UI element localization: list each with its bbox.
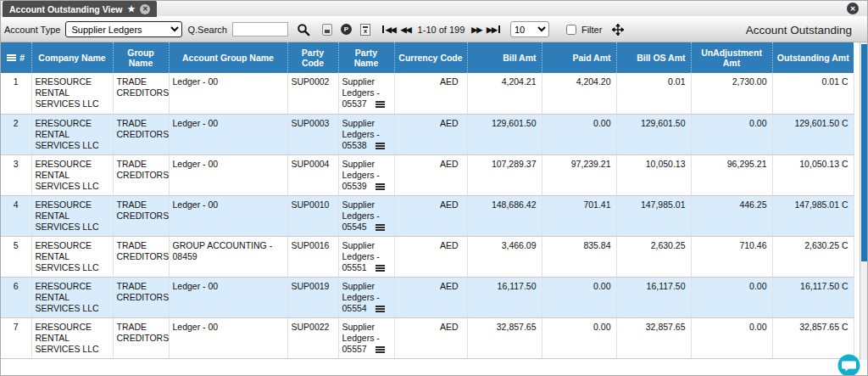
window-close-icon[interactable]: ✕ — [847, 3, 859, 14]
page-title: Account Outstanding — [746, 17, 852, 42]
search-input[interactable] — [232, 22, 288, 36]
party-detail-icon[interactable] — [376, 183, 385, 190]
column-header-paid-amt[interactable]: Paid Amt — [542, 42, 616, 73]
next-page-button[interactable]: ▶▶ — [471, 25, 481, 34]
account-type-select[interactable]: Supplier Ledgers — [65, 21, 182, 37]
page-size-select[interactable]: 10 — [510, 21, 549, 37]
party-detail-icon[interactable] — [376, 306, 385, 312]
favorite-star-icon[interactable]: ★ — [127, 4, 135, 14]
group-name-cell: TRADE CREDITORS — [113, 317, 169, 358]
unadjustment-amt-cell: 2,730.00 — [691, 73, 772, 114]
outstanding-amt-cell: 0.01 C — [772, 73, 854, 114]
search-icon[interactable] — [297, 23, 310, 36]
table-row[interactable]: 6 ERESOURCE RENTAL SERVICES LLC TRADE CR… — [1, 277, 854, 317]
outstanding-amt-cell: 147,985.01 C — [772, 195, 854, 236]
unadjustment-amt-cell: 96,295.21 — [691, 154, 772, 195]
vertical-scrollbar[interactable] — [860, 42, 867, 360]
group-name-cell: TRADE CREDITORS — [113, 73, 169, 114]
search-label: Q.Search — [187, 25, 226, 35]
row-number-cell: 6 — [1, 277, 31, 317]
company-name-cell: ERESOURCE RENTAL SERVICES LLC — [31, 114, 113, 154]
company-name-cell: ERESOURCE RENTAL SERVICES LLC — [31, 73, 113, 114]
column-header-party-code[interactable]: Party Code — [287, 42, 338, 73]
currency-code-cell: AED — [394, 317, 467, 358]
currency-code-cell: AED — [394, 73, 467, 114]
account-outstanding-table: # Company Name Group Name Account Group … — [1, 42, 854, 359]
bill-amt-cell: 107,289.37 — [467, 154, 542, 195]
unadjustment-amt-cell: 0.00 — [691, 114, 772, 154]
tab-strip: Account Outstanding View ★ ✕ ✕ — [1, 1, 867, 17]
scrollbar-thumb[interactable] — [861, 44, 867, 261]
party-name-text: Supplier Ledgers - 05545 — [342, 199, 380, 232]
party-detail-icon[interactable] — [376, 224, 385, 231]
tab-close-icon[interactable]: ✕ — [140, 4, 150, 14]
party-code-cell: SUP0022 — [287, 317, 338, 358]
column-header-company-name[interactable]: Company Name — [31, 42, 113, 73]
column-header-bill-amt[interactable]: Bill Amt — [467, 42, 542, 73]
paid-amt-cell: 0.00 — [542, 114, 616, 154]
party-detail-icon[interactable] — [376, 346, 385, 353]
toolbar: Account Type Supplier Ledgers Q.Search P… — [1, 17, 867, 42]
column-header-party-name[interactable]: Party Name — [338, 42, 394, 73]
paid-amt-cell: 0.00 — [542, 277, 616, 317]
data-grid: # Company Name Group Name Account Group … — [1, 42, 867, 376]
bill-os-amt-cell: 0.01 — [616, 73, 691, 114]
row-number-cell: 7 — [1, 317, 31, 358]
company-name-cell: ERESOURCE RENTAL SERVICES LLC — [31, 195, 113, 236]
tab-account-outstanding-view[interactable]: Account Outstanding View ★ ✕ — [3, 1, 157, 17]
table-row[interactable]: 5 ERESOURCE RENTAL SERVICES LLC TRADE CR… — [1, 236, 854, 277]
party-name-text: Supplier Ledgers - 05538 — [342, 118, 380, 150]
last-page-button[interactable]: ▶▶ — [487, 25, 500, 34]
paid-amt-cell: 97,239.21 — [542, 154, 616, 195]
filter-checkbox[interactable] — [566, 25, 576, 35]
report-icon[interactable] — [322, 24, 332, 36]
party-detail-icon[interactable] — [376, 265, 385, 272]
account-group-name-cell: Ledger - 00 — [169, 317, 287, 358]
excel-sheet-icon: x — [360, 24, 370, 36]
currency-code-cell: AED — [394, 114, 467, 154]
column-header-account-group-name[interactable]: Account Group Name — [169, 42, 287, 73]
column-header-group-name[interactable]: Group Name — [113, 42, 169, 73]
table-body: 1 ERESOURCE RENTAL SERVICES LLC TRADE CR… — [1, 73, 854, 358]
account-group-name-cell: GROUP ACCOUNTING - 08459 — [169, 236, 287, 277]
currency-code-cell: AED — [394, 236, 467, 277]
table-row[interactable]: 4 ERESOURCE RENTAL SERVICES LLC TRADE CR… — [1, 195, 854, 236]
group-name-cell: TRADE CREDITORS — [113, 277, 169, 317]
bill-os-amt-cell: 32,857.65 — [616, 317, 691, 358]
row-number-cell: 1 — [1, 73, 31, 114]
table-row[interactable]: 7 ERESOURCE RENTAL SERVICES LLC TRADE CR… — [1, 317, 854, 358]
pdf-export-icon[interactable]: P — [341, 24, 352, 35]
move-icon[interactable] — [612, 24, 624, 36]
party-detail-icon[interactable] — [376, 101, 385, 108]
column-header-number[interactable]: # — [1, 42, 31, 73]
table-row[interactable]: 3 ERESOURCE RENTAL SERVICES LLC TRADE CR… — [1, 154, 854, 195]
account-group-name-cell: Ledger - 00 — [169, 73, 287, 114]
party-detail-icon[interactable] — [376, 143, 385, 149]
column-header-unadjustment-amt[interactable]: UnAdjustment Amt — [691, 42, 772, 73]
currency-code-cell: AED — [394, 195, 467, 236]
grid-menu-icon[interactable] — [7, 54, 16, 61]
outstanding-amt-cell: 10,050.13 C — [772, 154, 854, 195]
row-number-cell: 3 — [1, 154, 31, 195]
bill-amt-cell: 16,117.50 — [467, 277, 542, 317]
column-header-outstanding-amt[interactable]: Outstanding Amt — [772, 42, 854, 73]
bill-amt-cell: 3,466.09 — [467, 236, 542, 277]
table-row[interactable]: 1 ERESOURCE RENTAL SERVICES LLC TRADE CR… — [1, 73, 854, 114]
column-header-bill-os-amt[interactable]: Bill OS Amt — [616, 42, 691, 73]
outstanding-amt-cell: 32,857.65 C — [772, 317, 854, 358]
chat-button[interactable] — [837, 354, 860, 375]
company-name-cell: ERESOURCE RENTAL SERVICES LLC — [31, 317, 113, 358]
first-page-button[interactable]: ◀◀ — [382, 25, 396, 34]
account-group-name-cell: Ledger - 00 — [169, 114, 287, 154]
bill-os-amt-cell: 129,601.50 — [616, 114, 691, 154]
company-name-cell: ERESOURCE RENTAL SERVICES LLC — [31, 277, 113, 317]
table-row[interactable]: 2 ERESOURCE RENTAL SERVICES LLC TRADE CR… — [1, 114, 854, 154]
excel-export-icon[interactable]: x — [360, 24, 370, 36]
prev-page-button[interactable]: ◀◀ — [401, 25, 411, 34]
account-group-name-cell: Ledger - 00 — [169, 154, 287, 195]
company-name-cell: ERESOURCE RENTAL SERVICES LLC — [31, 154, 113, 195]
party-code-cell: SUP0010 — [287, 195, 338, 236]
row-number-cell: 5 — [1, 236, 31, 277]
column-header-currency-code[interactable]: Currency Code — [394, 42, 467, 73]
party-name-text: Supplier Ledgers - 05539 — [342, 159, 380, 191]
